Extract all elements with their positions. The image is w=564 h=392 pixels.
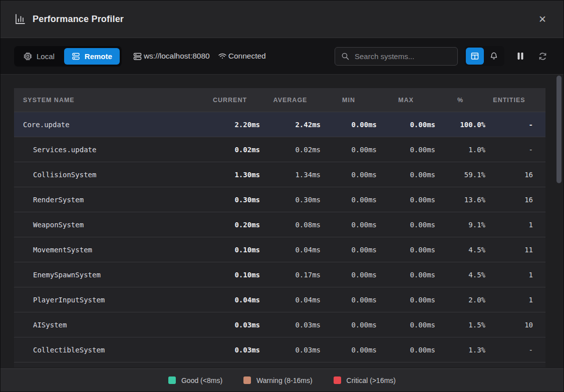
current-cell: 0.03ms [200, 346, 260, 354]
current-cell: 0.10ms [200, 271, 260, 279]
mode-toggle: Local Remote [14, 46, 122, 67]
entities-cell: - [485, 121, 533, 129]
system-name-cell: WeaponSystem [14, 221, 200, 229]
max-cell: 0.00ms [377, 346, 435, 354]
column-header-min[interactable]: MIN [321, 97, 377, 104]
system-name-cell: CollectibleSystem [14, 346, 200, 354]
average-cell: 0.03ms [260, 346, 321, 354]
bar-chart-icon [14, 13, 26, 25]
max-cell: 0.00ms [377, 246, 435, 254]
pause-button[interactable] [513, 49, 528, 64]
vertical-scrollbar[interactable] [556, 76, 561, 183]
percent-cell: 9.1% [435, 221, 485, 229]
min-cell: 0.00ms [321, 146, 377, 154]
system-name-cell: RenderSystem [14, 196, 200, 204]
view-toggle-group [464, 46, 504, 66]
min-cell: 0.00ms [321, 271, 377, 279]
percent-cell: 2.0% [435, 296, 485, 304]
status-legend: Good (<8ms)Warning (8-16ms)Critical (>16… [1, 368, 563, 391]
min-cell: 0.00ms [321, 321, 377, 329]
column-header-entities[interactable]: ENTITIES [485, 97, 533, 104]
max-cell: 0.00ms [377, 146, 435, 154]
refresh-button[interactable] [535, 49, 550, 64]
average-cell: 0.04ms [260, 296, 321, 304]
percent-cell: 4.5% [435, 246, 485, 254]
max-cell: 0.00ms [377, 196, 435, 204]
table-row[interactable]: MovementSystem0.10ms0.04ms0.00ms0.00ms4.… [14, 237, 545, 262]
server-icon [72, 52, 80, 61]
connection-status: Connected [228, 52, 266, 61]
max-cell: 0.00ms [377, 296, 435, 304]
search-icon [341, 52, 350, 61]
system-name-cell: CollisionSystem [14, 171, 200, 179]
entities-cell: 1 [485, 221, 533, 229]
wifi-icon [218, 52, 227, 61]
table-row[interactable]: PlayerInputSystem0.04ms0.04ms0.00ms0.00m… [14, 287, 545, 312]
pause-icon [516, 52, 524, 61]
entities-cell: - [485, 346, 533, 354]
percent-cell: 4.5% [435, 271, 485, 279]
percent-cell: 59.1% [435, 171, 485, 179]
remote-mode-label: Remote [85, 52, 112, 61]
current-cell: 0.02ms [200, 146, 260, 154]
alerts-button[interactable] [485, 48, 503, 65]
table-row-partial [14, 362, 545, 367]
remote-mode-button[interactable]: Remote [64, 48, 120, 65]
entities-cell: 16 [485, 171, 533, 179]
min-cell: 0.00ms [321, 171, 377, 179]
max-cell: 0.00ms [377, 171, 435, 179]
column-header-percent[interactable]: % [435, 97, 485, 104]
column-header-current[interactable]: CURRENT [200, 97, 260, 104]
legend-label: Warning (8-16ms) [256, 376, 313, 384]
close-button[interactable]: ✕ [535, 12, 550, 27]
connection-info: ws://localhost:8080 Connected [133, 52, 266, 61]
entities-cell: - [485, 146, 533, 154]
column-header-system-name[interactable]: SYSTEM NAME [14, 97, 200, 104]
toolbar: Local Remote [1, 38, 563, 75]
legend-item: Critical (>16ms) [334, 376, 396, 384]
percent-cell: 1.5% [435, 321, 485, 329]
local-mode-button[interactable]: Local [16, 48, 62, 65]
max-cell: 0.00ms [377, 271, 435, 279]
server-icon [133, 52, 142, 61]
table-row[interactable]: RenderSystem0.30ms0.30ms0.00ms0.00ms13.6… [14, 187, 545, 212]
search-input[interactable] [355, 52, 454, 61]
table-header: SYSTEM NAME CURRENT AVERAGE MIN MAX % EN… [14, 88, 545, 112]
min-cell: 0.00ms [321, 246, 377, 254]
table-row[interactable]: CollisionSystem1.30ms1.34ms0.00ms0.00ms5… [14, 162, 545, 187]
cpu-icon [24, 52, 32, 61]
column-header-max[interactable]: MAX [377, 97, 435, 104]
entities-cell: 10 [485, 321, 533, 329]
table-row[interactable]: AISystem0.03ms0.03ms0.00ms0.00ms1.5%10 [14, 312, 545, 337]
bell-icon [489, 52, 498, 61]
percent-cell: 13.6% [435, 196, 485, 204]
table-view-button[interactable] [466, 48, 484, 65]
current-cell: 1.30ms [200, 171, 260, 179]
table-row[interactable]: CollectibleSystem0.03ms0.03ms0.00ms0.00m… [14, 337, 545, 362]
percent-cell: 100.0% [435, 121, 485, 129]
table-row[interactable]: Services.update0.02ms0.02ms0.00ms0.00ms1… [14, 137, 545, 162]
page-title: Performance Profiler [33, 14, 124, 25]
legend-label: Good (<8ms) [181, 376, 222, 384]
min-cell: 0.00ms [321, 221, 377, 229]
current-cell: 2.20ms [200, 121, 260, 129]
min-cell: 0.00ms [321, 121, 377, 129]
average-cell: 0.08ms [260, 221, 321, 229]
column-header-average[interactable]: AVERAGE [260, 97, 321, 104]
average-cell: 0.17ms [260, 271, 321, 279]
legend-item: Good (<8ms) [168, 376, 222, 384]
refresh-icon [538, 52, 547, 61]
average-cell: 0.02ms [260, 146, 321, 154]
average-cell: 1.34ms [260, 171, 321, 179]
table-row[interactable]: EnemySpawnSystem0.10ms0.17ms0.00ms0.00ms… [14, 262, 545, 287]
search-box [335, 47, 458, 66]
max-cell: 0.00ms [377, 221, 435, 229]
systems-table: SYSTEM NAME CURRENT AVERAGE MIN MAX % EN… [14, 88, 545, 367]
performance-profiler-window: Performance Profiler ✕ Local [0, 0, 564, 392]
table-row[interactable]: Core.update2.20ms2.42ms0.00ms0.00ms100.0… [14, 112, 545, 137]
local-mode-label: Local [37, 52, 55, 61]
legend-swatch-icon [334, 376, 341, 384]
table-row[interactable]: WeaponSystem0.20ms0.08ms0.00ms0.00ms9.1%… [14, 212, 545, 237]
entities-cell: 1 [485, 296, 533, 304]
current-cell: 0.10ms [200, 246, 260, 254]
